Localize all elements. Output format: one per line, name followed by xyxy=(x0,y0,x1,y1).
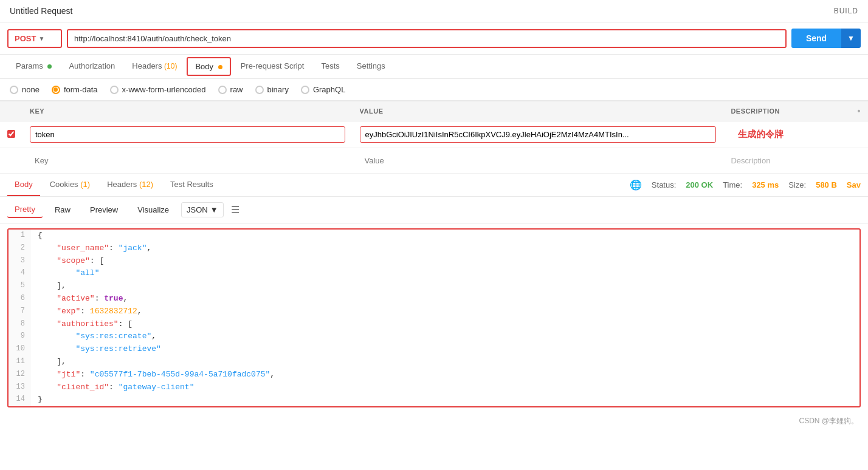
value-input[interactable] xyxy=(360,126,717,143)
response-tabs-row: Body Cookies (1) Headers (12) Test Resul… xyxy=(0,174,868,197)
url-input[interactable] xyxy=(67,29,787,48)
resp-tab-headers[interactable]: Headers (12) xyxy=(100,174,160,196)
code-line-2: 2 "user_name": "jack", xyxy=(9,242,859,255)
title-bar: Untitled Request BUILD xyxy=(0,0,868,22)
code-line-6: 6 "active": true, xyxy=(9,293,859,305)
radio-binary-circle xyxy=(255,86,264,94)
code-line-4: 4 "all" xyxy=(9,267,859,280)
time-value: 325 ms xyxy=(752,180,779,189)
radio-graphql[interactable]: GraphQL xyxy=(301,85,345,94)
row-key-cell xyxy=(22,121,353,148)
empty-key-input[interactable] xyxy=(30,153,345,168)
params-dot xyxy=(47,64,52,69)
tab-body[interactable]: Body xyxy=(187,57,230,76)
response-status: 🌐 Status: 200 OK Time: 325 ms Size: 580 … xyxy=(630,179,861,191)
request-tabs: Params Authorization Headers (10) Body P… xyxy=(0,55,868,79)
method-label: POST xyxy=(15,34,36,43)
col-value: VALUE xyxy=(353,101,724,121)
resp-tab-body[interactable]: Body xyxy=(7,174,40,196)
footer: CSDN @李鲤驹。 xyxy=(0,412,868,430)
send-dropdown-button[interactable]: ▼ xyxy=(841,29,861,48)
radio-raw-circle xyxy=(218,86,227,94)
send-btn-group: Send ▼ xyxy=(791,29,861,48)
method-select[interactable]: POST ▼ xyxy=(7,29,62,48)
row-actions-cell xyxy=(850,121,868,148)
status-value: 200 OK xyxy=(686,180,713,189)
wrap-icon[interactable]: ☰ xyxy=(229,202,242,218)
code-line-13: 13 "client_id": "gateway-client" xyxy=(9,381,859,394)
code-line-11: 11 ], xyxy=(9,356,859,369)
resp-headers-badge: (12) xyxy=(139,180,153,189)
col-check xyxy=(0,101,22,121)
tab-prerequest[interactable]: Pre-request Script xyxy=(232,55,313,78)
resp-tab-cookies[interactable]: Cookies (1) xyxy=(43,174,97,196)
send-button[interactable]: Send xyxy=(791,29,841,48)
code-line-8: 8 "authorities": [ xyxy=(9,318,859,331)
format-chevron-icon: ▼ xyxy=(210,205,218,214)
empty-desc: Description xyxy=(731,156,770,165)
key-input[interactable] xyxy=(30,126,345,143)
code-line-12: 12 "jti": "c05577f1-7beb-455d-99a4-5a710… xyxy=(9,369,859,381)
radio-none[interactable]: none xyxy=(10,85,40,94)
row-checkbox-cell xyxy=(0,121,22,148)
row-value-cell xyxy=(353,121,724,148)
tab-tests[interactable]: Tests xyxy=(312,55,348,78)
code-line-3: 3 "scope": [ xyxy=(9,255,859,268)
tab-authorization[interactable]: Authorization xyxy=(60,55,123,78)
format-select[interactable]: JSON ▼ xyxy=(181,202,224,217)
tab-params[interactable]: Params xyxy=(7,55,60,78)
code-line-14: 14 } xyxy=(9,393,859,406)
time-label: Time: xyxy=(723,180,742,189)
format-label: JSON xyxy=(187,205,208,214)
tab-headers[interactable]: Headers (10) xyxy=(123,55,185,78)
radio-form-data-circle xyxy=(52,86,60,94)
radio-form-data[interactable]: form-data xyxy=(52,85,98,94)
table-row: 生成的令牌 xyxy=(0,121,868,148)
size-value: 580 B xyxy=(816,180,837,189)
form-params-table: KEY VALUE DESCRIPTION • 生成的令牌 xyxy=(0,101,868,174)
row-checkbox[interactable] xyxy=(7,130,15,138)
code-line-9: 9 "sys:res:create", xyxy=(9,330,859,343)
col-description: DESCRIPTION xyxy=(723,101,850,121)
app-title: Untitled Request xyxy=(10,6,73,16)
row-desc-cell: 生成的令牌 xyxy=(723,121,850,148)
body-options: none form-data x-www-form-urlencoded raw… xyxy=(0,79,868,101)
status-label: Status: xyxy=(652,180,676,189)
tab-settings[interactable]: Settings xyxy=(348,55,394,78)
code-line-7: 7 "exp": 1632832712, xyxy=(9,305,859,318)
view-raw[interactable]: Raw xyxy=(47,202,78,217)
footer-text: CSDN @李鲤驹。 xyxy=(799,417,858,425)
request-bar: POST ▼ Send ▼ xyxy=(0,22,868,55)
cookies-badge: (1) xyxy=(80,180,90,189)
size-label: Size: xyxy=(788,180,806,189)
table-empty-row: Description xyxy=(0,148,868,174)
radio-binary[interactable]: binary xyxy=(255,85,289,94)
radio-raw[interactable]: raw xyxy=(218,85,243,94)
col-key: KEY xyxy=(22,101,353,121)
globe-icon: 🌐 xyxy=(630,179,642,191)
code-line-1: 1 { xyxy=(9,230,859,242)
response-json-area: 1 { 2 "user_name": "jack", 3 "scope": [ … xyxy=(7,228,861,407)
body-dot xyxy=(218,65,222,69)
code-line-5: 5 ], xyxy=(9,280,859,293)
code-line-10: 10 "sys:res:retrieve" xyxy=(9,343,859,356)
radio-urlencoded-circle xyxy=(110,86,119,94)
radio-none-circle xyxy=(10,86,18,94)
chevron-down-icon: ▼ xyxy=(38,35,44,42)
headers-badge: (10) xyxy=(164,62,177,70)
empty-value-input[interactable] xyxy=(360,153,717,168)
col-actions: • xyxy=(850,101,868,121)
radio-urlencoded[interactable]: x-www-form-urlencoded xyxy=(110,85,206,94)
resp-tab-testresults[interactable]: Test Results xyxy=(163,174,221,196)
radio-form-data-inner xyxy=(53,87,58,92)
build-label: BUILD xyxy=(834,7,858,15)
radio-graphql-circle xyxy=(301,86,309,94)
view-visualize[interactable]: Visualize xyxy=(130,202,176,217)
annotation-text: 生成的令牌 xyxy=(738,129,784,139)
save-button[interactable]: Sav xyxy=(847,180,861,189)
response-toolbar: Pretty Raw Preview Visualize JSON ▼ ☰ xyxy=(0,197,868,223)
view-preview[interactable]: Preview xyxy=(83,202,125,217)
view-pretty[interactable]: Pretty xyxy=(7,202,43,218)
